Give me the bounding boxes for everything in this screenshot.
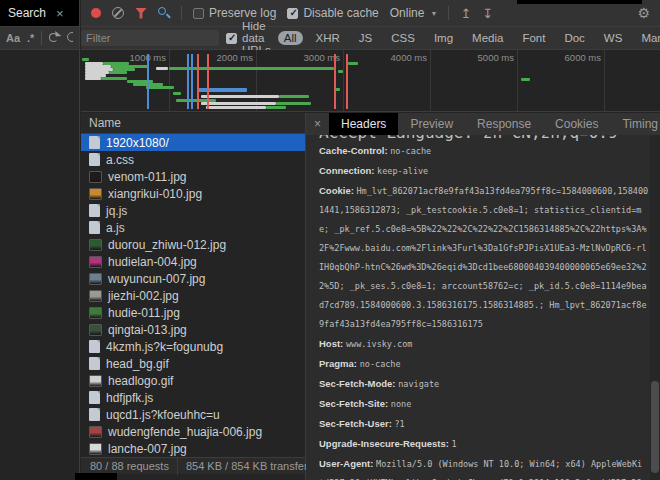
close-icon[interactable]: × <box>306 113 329 135</box>
close-icon[interactable]: × <box>56 6 64 21</box>
waterfall-bar <box>156 67 168 70</box>
waterfall-bar <box>169 67 334 70</box>
header-value: navigate <box>398 379 439 389</box>
search-panel: Search × Aa .* <box>0 0 80 480</box>
table-row[interactable]: uqcd1.js?kfoeuhhc=u <box>81 406 305 423</box>
preserve-log-checkbox[interactable]: Preserve log <box>193 6 276 20</box>
name-header-label: Name <box>89 116 121 130</box>
table-row[interactable]: 1920x1080/ <box>81 134 305 151</box>
document-icon <box>89 221 100 234</box>
search-icon[interactable] <box>158 7 170 19</box>
image-thumbnail-icon <box>89 188 102 200</box>
transferred-size: 854 KB / 854 KB transferred <box>186 460 324 472</box>
header-name: Host: <box>319 338 346 349</box>
table-row[interactable]: hdfjpfk.js <box>81 389 305 406</box>
tab-search[interactable]: Search × <box>0 0 79 26</box>
gear-icon[interactable]: ⚙ <box>637 5 650 21</box>
table-row[interactable]: wuyuncun-007.jpg <box>81 270 305 287</box>
checkbox-unchecked[interactable] <box>193 8 204 19</box>
match-case-button[interactable]: Aa <box>6 32 20 44</box>
filter-type-doc[interactable]: Doc <box>558 31 590 45</box>
header-entry: Sec-Fetch-User: ?1 <box>319 414 650 434</box>
table-row[interactable]: head_bg.gif <box>81 355 305 372</box>
filter-type-xhr[interactable]: XHR <box>310 31 346 45</box>
filter-type-img[interactable]: Img <box>428 31 459 45</box>
filter-type-font[interactable]: Font <box>516 31 551 45</box>
tab-preview[interactable]: Preview <box>398 113 465 135</box>
tab-headers[interactable]: Headers <box>329 113 398 135</box>
document-icon <box>89 136 100 149</box>
table-row[interactable]: jiezhi-002.jpg <box>81 287 305 304</box>
header-name: Upgrade-Insecure-Requests: <box>319 438 452 449</box>
file-name: hudie-011.jpg <box>108 306 180 320</box>
file-name: lanche-007.jpg <box>108 442 187 456</box>
table-row[interactable]: headlogo.gif <box>81 372 305 389</box>
header-entry: Cache-Control: no-cache <box>319 141 650 161</box>
table-row[interactable]: a.css <box>81 151 305 168</box>
waterfall-bar <box>276 102 311 105</box>
event-marker-line <box>187 54 189 109</box>
document-icon <box>89 340 100 353</box>
export-har-icon[interactable]: ↧ <box>482 6 493 21</box>
event-marker-line <box>191 54 193 109</box>
waterfall-bar <box>109 71 127 74</box>
table-row[interactable]: wudengfende_huajia-006.jpg <box>81 423 305 440</box>
clear-icon[interactable] <box>112 7 124 19</box>
filter-type-js[interactable]: JS <box>353 31 378 45</box>
file-name: jiezhi-002.jpg <box>108 289 179 303</box>
header-entry: Upgrade-Insecure-Requests: 1 <box>319 434 650 454</box>
disable-cache-checkbox[interactable]: Disable cache <box>287 6 378 20</box>
waterfall-bar <box>201 102 276 105</box>
table-row[interactable]: xiangrikui-010.jpg <box>81 185 305 202</box>
table-row[interactable]: hudielan-004.jpg <box>81 253 305 270</box>
file-name: 1920x1080/ <box>106 136 169 150</box>
file-name: head_bg.gif <box>106 357 169 371</box>
image-thumbnail-icon <box>89 443 102 455</box>
table-row[interactable]: 4kzmh.js?k=fogunubg <box>81 338 305 355</box>
table-row[interactable]: venom-011.jpg <box>81 168 305 185</box>
table-row[interactable]: duorou_zhiwu-012.jpg <box>81 236 305 253</box>
import-har-icon[interactable]: ↥ <box>460 6 471 21</box>
name-column-header[interactable]: Name <box>81 113 305 134</box>
header-name: Pragma: <box>319 358 360 369</box>
clear-search-icon[interactable] <box>67 32 73 44</box>
checkbox-checked[interactable] <box>226 33 237 44</box>
scrollbar-thumb[interactable] <box>651 381 659 473</box>
filter-funnel-icon[interactable] <box>135 8 147 19</box>
filter-input[interactable] <box>81 30 219 46</box>
request-type-filters: AllXHRJSCSSImgMediaFontDocWSManifestOthe… <box>278 31 660 45</box>
file-name: venom-011.jpg <box>108 170 187 184</box>
header-value: none <box>391 399 411 409</box>
headers-content[interactable]: Accept-Language: zh-CN,zh;q=0.9 Cache-Co… <box>306 135 650 480</box>
filter-type-media[interactable]: Media <box>466 31 509 45</box>
table-row[interactable]: jq.js <box>81 202 305 219</box>
file-name: qingtai-013.jpg <box>108 323 187 337</box>
timeline-tick-label: 4000 ms <box>377 52 427 63</box>
throttling-dropdown[interactable]: Online ▼ <box>390 6 438 20</box>
image-thumbnail-icon <box>89 324 102 336</box>
record-icon[interactable] <box>91 8 101 18</box>
refresh-icon[interactable] <box>49 33 60 44</box>
tab-response[interactable]: Response <box>465 113 543 135</box>
filter-type-all[interactable]: All <box>278 31 303 45</box>
tab-timing[interactable]: Timing <box>610 113 660 135</box>
image-thumbnail-icon <box>89 426 102 438</box>
edge-artifact <box>75 473 117 480</box>
file-name: 4kzmh.js?k=fogunubg <box>106 340 223 354</box>
header-entry: Host: www.ivsky.com <box>319 334 650 354</box>
timeline-tick-label: 2000 ms <box>203 52 253 63</box>
regex-button[interactable]: .* <box>27 32 34 44</box>
table-row[interactable]: a.js <box>81 219 305 236</box>
overview-waterfall[interactable]: 1000 ms2000 ms3000 ms4000 ms5000 ms6000 … <box>81 50 660 112</box>
filter-type-manifest[interactable]: Manifest <box>635 31 660 45</box>
network-filter-bar: Hide data URLs AllXHRJSCSSImgMediaFontDo… <box>81 27 660 50</box>
tab-cookies[interactable]: Cookies <box>543 113 610 135</box>
table-row[interactable]: hudie-011.jpg <box>81 304 305 321</box>
search-toolbar: Aa .* <box>0 27 79 50</box>
filter-type-css[interactable]: CSS <box>385 31 421 45</box>
event-marker-line <box>334 54 336 109</box>
checkbox-checked[interactable] <box>287 8 298 19</box>
filter-type-ws[interactable]: WS <box>598 31 629 45</box>
table-row[interactable]: lanche-007.jpg <box>81 440 305 457</box>
table-row[interactable]: qingtai-013.jpg <box>81 321 305 338</box>
